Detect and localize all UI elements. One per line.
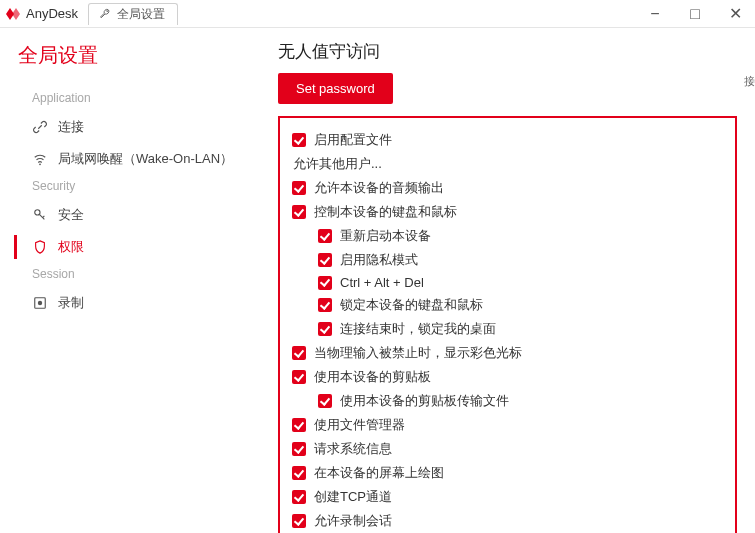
sidebar-group-label: Session — [0, 263, 256, 287]
sidebar: 全局设置 Application连接局域网唤醒（Wake-On-LAN）Secu… — [0, 28, 256, 533]
permission-checkbox[interactable]: 锁定本设备的键盘和鼠标 — [292, 293, 729, 317]
window-controls: − □ ✕ — [635, 0, 755, 28]
sidebar-item-label: 录制 — [58, 294, 84, 312]
minimize-button[interactable]: − — [635, 0, 675, 28]
permission-checkbox[interactable]: 使用文件管理器 — [292, 413, 729, 437]
tab-settings[interactable]: 全局设置 — [88, 3, 178, 25]
sidebar-group-label: Security — [0, 175, 256, 199]
sidebar-item-permissions[interactable]: 权限 — [0, 231, 256, 263]
checkbox-on-icon — [292, 490, 306, 504]
permission-label: 重新启动本设备 — [340, 227, 431, 245]
enable-profile-label: 启用配置文件 — [314, 131, 392, 149]
permission-checkbox[interactable]: 创建TCP通道 — [292, 485, 729, 509]
checkbox-on-icon — [292, 418, 306, 432]
checkbox-on-icon — [318, 322, 332, 336]
sidebar-group-label: Application — [0, 87, 256, 111]
permission-label: 请求系统信息 — [314, 440, 392, 458]
sidebar-item-label: 安全 — [58, 206, 84, 224]
permission-label: 连接结束时，锁定我的桌面 — [340, 320, 496, 338]
anydesk-logo-icon — [6, 6, 22, 22]
app-logo-block: AnyDesk — [0, 6, 84, 22]
permission-checkbox[interactable]: 在本设备的屏幕上绘图 — [292, 461, 729, 485]
tab-label: 全局设置 — [117, 6, 165, 23]
set-password-button[interactable]: Set password — [278, 73, 393, 104]
permission-label: 当物理输入被禁止时，显示彩色光标 — [314, 344, 522, 362]
permission-label: 使用本设备的剪贴板传输文件 — [340, 392, 509, 410]
checkbox-on-icon — [292, 346, 306, 360]
wrench-icon — [97, 6, 113, 22]
sidebar-item-connect[interactable]: 连接 — [0, 111, 256, 143]
app-name: AnyDesk — [26, 6, 78, 21]
permission-label: 允许录制会话 — [314, 512, 392, 530]
main-panel: 接 无人值守访问 Set password 启用配置文件 允许其他用户... 允… — [256, 28, 755, 533]
permission-label: 控制本设备的键盘和鼠标 — [314, 203, 457, 221]
checkbox-on-icon — [292, 205, 306, 219]
shield-icon — [32, 239, 48, 255]
checkbox-on-icon — [318, 253, 332, 267]
close-button[interactable]: ✕ — [715, 0, 755, 28]
permission-checkbox[interactable]: 使用本设备的剪贴板 — [292, 365, 729, 389]
permission-label: 启用隐私模式 — [340, 251, 418, 269]
checkbox-on-icon — [292, 514, 306, 528]
permission-checkbox[interactable]: 连接结束时，锁定我的桌面 — [292, 317, 729, 341]
permission-label: 创建TCP通道 — [314, 488, 392, 506]
sidebar-item-recording[interactable]: 录制 — [0, 287, 256, 319]
sidebar-item-security[interactable]: 安全 — [0, 199, 256, 231]
permission-checkbox[interactable]: 重新启动本设备 — [292, 224, 729, 248]
permission-checkbox[interactable]: 使用本设备的剪贴板传输文件 — [292, 389, 729, 413]
maximize-button[interactable]: □ — [675, 0, 715, 28]
permission-checkbox[interactable]: 请求系统信息 — [292, 437, 729, 461]
sidebar-item-wol[interactable]: 局域网唤醒（Wake-On-LAN） — [0, 143, 256, 175]
checkbox-on-icon — [292, 133, 306, 147]
permission-label: 允许本设备的音频输出 — [314, 179, 444, 197]
checkbox-on-icon — [318, 298, 332, 312]
permissions-frame: 启用配置文件 允许其他用户... 允许本设备的音频输出控制本设备的键盘和鼠标重新… — [278, 116, 737, 533]
enable-profile-checkbox[interactable]: 启用配置文件 — [292, 128, 729, 152]
section-title: 无人值守访问 — [278, 40, 737, 63]
permission-checkbox[interactable]: 启用隐私模式 — [292, 248, 729, 272]
permission-checkbox[interactable]: 控制本设备的键盘和鼠标 — [292, 200, 729, 224]
checkbox-on-icon — [292, 442, 306, 456]
permission-checkbox[interactable]: 允许录制会话 — [292, 509, 729, 533]
sidebar-item-label: 连接 — [58, 118, 84, 136]
svg-point-3 — [38, 301, 42, 305]
permission-checkbox[interactable]: 允许本设备的音频输出 — [292, 176, 729, 200]
permission-label: Ctrl + Alt + Del — [340, 275, 424, 290]
record-icon — [32, 295, 48, 311]
permission-label: 使用本设备的剪贴板 — [314, 368, 431, 386]
permission-checkbox[interactable]: Ctrl + Alt + Del — [292, 272, 729, 293]
permission-checkbox[interactable]: 当物理输入被禁止时，显示彩色光标 — [292, 341, 729, 365]
permission-label: 锁定本设备的键盘和鼠标 — [340, 296, 483, 314]
checkbox-on-icon — [292, 370, 306, 384]
titlebar: AnyDesk 全局设置 − □ ✕ — [0, 0, 755, 28]
sidebar-item-label: 权限 — [58, 238, 84, 256]
permission-label: 使用文件管理器 — [314, 416, 405, 434]
checkbox-on-icon — [292, 181, 306, 195]
link-icon — [32, 119, 48, 135]
checkbox-on-icon — [318, 229, 332, 243]
svg-point-0 — [39, 163, 41, 165]
allow-others-label: 允许其他用户... — [292, 152, 729, 176]
overflow-char: 接 — [744, 74, 755, 89]
wifi-icon — [32, 151, 48, 167]
permission-label: 在本设备的屏幕上绘图 — [314, 464, 444, 482]
checkbox-on-icon — [318, 276, 332, 290]
sidebar-title: 全局设置 — [0, 42, 256, 87]
key-icon — [32, 207, 48, 223]
checkbox-on-icon — [292, 466, 306, 480]
sidebar-item-label: 局域网唤醒（Wake-On-LAN） — [58, 150, 233, 168]
checkbox-on-icon — [318, 394, 332, 408]
